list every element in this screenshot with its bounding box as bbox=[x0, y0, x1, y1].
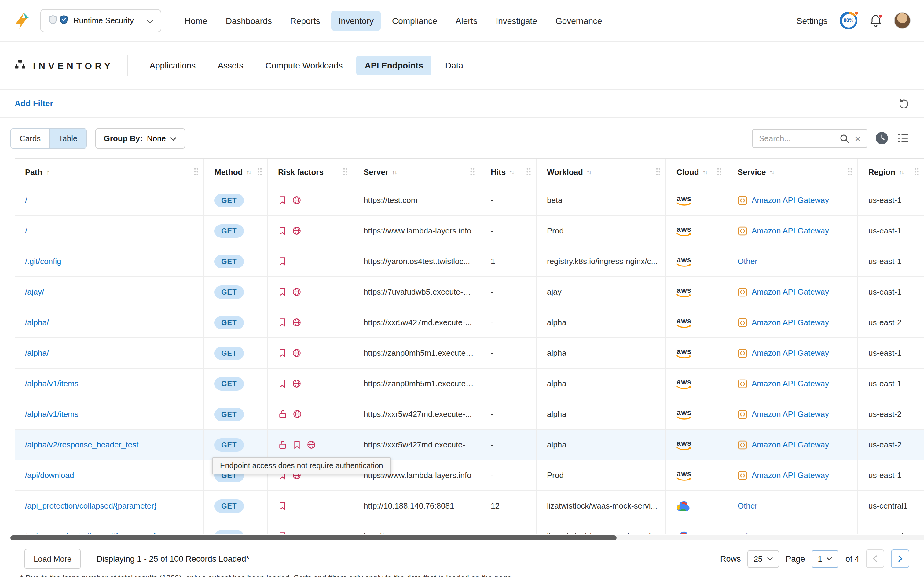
clear-search-icon[interactable]: ✕ bbox=[854, 134, 861, 144]
service-link[interactable]: Amazon API Gateway bbox=[752, 226, 829, 235]
nav-item-compliance[interactable]: Compliance bbox=[385, 11, 444, 30]
search-input[interactable] bbox=[753, 134, 866, 143]
path-link[interactable]: /api_protection/collapsed/{parameter} bbox=[25, 501, 157, 510]
path-link[interactable]: / bbox=[25, 196, 27, 205]
tab-applications[interactable]: Applications bbox=[141, 56, 204, 75]
sensitive-data-icon[interactable] bbox=[278, 318, 287, 327]
path-link[interactable]: /alpha/ bbox=[25, 348, 49, 358]
internet-exposed-icon[interactable] bbox=[292, 348, 301, 358]
nav-item-investigate[interactable]: Investigate bbox=[488, 11, 544, 30]
service-link[interactable]: Amazon API Gateway bbox=[752, 287, 829, 297]
internet-exposed-icon[interactable] bbox=[292, 226, 301, 235]
service-link[interactable]: Other bbox=[737, 501, 757, 510]
service-link[interactable]: Other bbox=[737, 532, 757, 533]
table-row[interactable]: /api/downloadGEThttps://www.lambda-layer… bbox=[14, 460, 924, 491]
column-header-region[interactable]: Region↑↓ bbox=[858, 159, 924, 185]
history-icon[interactable] bbox=[875, 131, 889, 145]
prisma-logo[interactable] bbox=[13, 11, 32, 30]
table-row[interactable]: /GEThttps://www.lambda-layers.info-Proda… bbox=[14, 216, 924, 246]
internet-exposed-icon[interactable] bbox=[292, 287, 301, 297]
sort-icon[interactable]: ↑↓ bbox=[703, 168, 707, 175]
nav-item-alerts[interactable]: Alerts bbox=[448, 11, 485, 30]
reset-filters-icon[interactable] bbox=[898, 98, 910, 109]
service-link[interactable]: Amazon API Gateway bbox=[752, 409, 829, 419]
service-link[interactable]: Amazon API Gateway bbox=[752, 196, 829, 205]
search-icon[interactable] bbox=[840, 134, 850, 143]
table-row[interactable]: /ajay/GEThttps://7uvafudwb5.execute-a...… bbox=[14, 277, 924, 308]
column-header-risk[interactable]: Risk factors bbox=[268, 159, 353, 185]
table-row[interactable]: /alpha/GEThttps://xxr5w427md.execute-...… bbox=[14, 308, 924, 338]
service-link[interactable]: Amazon API Gateway bbox=[752, 471, 829, 480]
column-header-hits[interactable]: Hits↑↓ bbox=[480, 159, 536, 185]
sort-icon[interactable]: ↑↓ bbox=[246, 168, 251, 175]
tab-assets[interactable]: Assets bbox=[209, 56, 252, 75]
next-page-button[interactable] bbox=[891, 550, 910, 568]
drag-handle-icon[interactable] bbox=[257, 168, 262, 176]
nav-item-reports[interactable]: Reports bbox=[283, 11, 328, 30]
column-header-cloud[interactable]: Cloud↑↓ bbox=[666, 159, 727, 185]
internet-exposed-icon[interactable] bbox=[307, 440, 316, 449]
no-auth-icon[interactable] bbox=[278, 440, 287, 449]
page-select[interactable]: 1 bbox=[811, 550, 839, 567]
column-header-workload[interactable]: Workload↑↓ bbox=[536, 159, 666, 185]
sensitive-data-icon[interactable] bbox=[278, 501, 287, 510]
service-link[interactable]: Amazon API Gateway bbox=[752, 348, 829, 358]
column-header-method[interactable]: Method↑↓ bbox=[204, 159, 268, 185]
service-link[interactable]: Amazon API Gateway bbox=[752, 379, 829, 388]
column-header-server[interactable]: Server↑↓ bbox=[353, 159, 480, 185]
table-row[interactable]: /alpha/v1/itemsGEThttps://zanp0mh5m1.exe… bbox=[14, 369, 924, 399]
drag-handle-icon[interactable] bbox=[470, 168, 475, 176]
nav-item-home[interactable]: Home bbox=[177, 11, 215, 30]
path-link[interactable]: /alpha/ bbox=[25, 318, 49, 327]
previous-page-button[interactable] bbox=[866, 550, 884, 568]
path-link[interactable]: /alpha/v1/items bbox=[25, 379, 79, 388]
sensitive-data-icon[interactable] bbox=[278, 287, 287, 297]
table-row[interactable]: /api_protection/collapsed/{parameter}GET… bbox=[14, 521, 924, 533]
product-selector[interactable]: Runtime Security bbox=[40, 9, 161, 32]
table-row[interactable]: /api_protection/collapsed/{parameter}GET… bbox=[14, 491, 924, 521]
drag-handle-icon[interactable] bbox=[526, 168, 531, 176]
path-link[interactable]: /ajay/ bbox=[25, 287, 44, 297]
path-link[interactable]: /api/download bbox=[25, 471, 74, 480]
drag-handle-icon[interactable] bbox=[656, 168, 661, 176]
service-link[interactable]: Other bbox=[737, 257, 757, 266]
sensitive-data-icon[interactable] bbox=[293, 440, 301, 449]
sort-icon[interactable]: ↑↓ bbox=[392, 168, 397, 175]
no-auth-icon[interactable] bbox=[278, 409, 287, 419]
nav-item-inventory[interactable]: Inventory bbox=[331, 11, 381, 30]
column-header-path[interactable]: Path↑ bbox=[14, 159, 204, 185]
nav-item-dashboards[interactable]: Dashboards bbox=[219, 11, 279, 30]
load-more-button[interactable]: Load More bbox=[24, 549, 80, 569]
table-row[interactable]: /alpha/GEThttps://zanp0mh5m1.execute-...… bbox=[14, 338, 924, 369]
cards-view-button[interactable]: Cards bbox=[11, 129, 49, 148]
usage-badge[interactable]: 80% bbox=[840, 11, 857, 29]
tab-api-endpoints[interactable]: API Endpoints bbox=[356, 56, 432, 75]
path-link[interactable]: /alpha/v1/items bbox=[25, 409, 79, 419]
sort-icon[interactable]: ↑↓ bbox=[899, 168, 903, 175]
scrollbar-thumb[interactable] bbox=[10, 535, 617, 540]
tab-compute-workloads[interactable]: Compute Workloads bbox=[257, 56, 351, 75]
sensitive-data-icon[interactable] bbox=[278, 257, 287, 266]
service-link[interactable]: Amazon API Gateway bbox=[752, 318, 829, 327]
sort-icon[interactable]: ↑↓ bbox=[509, 168, 514, 175]
drag-handle-icon[interactable] bbox=[194, 168, 199, 176]
internet-exposed-icon[interactable] bbox=[292, 379, 301, 388]
path-link[interactable]: /.git/config bbox=[25, 257, 61, 266]
table-row[interactable]: /alpha/v2/response_header_testGEThttps:/… bbox=[14, 430, 924, 460]
sensitive-data-icon[interactable] bbox=[278, 196, 287, 205]
table-view-button[interactable]: Table bbox=[49, 129, 86, 148]
table-row[interactable]: /alpha/v1/itemsGEThttps://xxr5w427md.exe… bbox=[14, 399, 924, 430]
drag-handle-icon[interactable] bbox=[848, 168, 853, 176]
sort-ascending-icon[interactable]: ↑ bbox=[46, 167, 50, 176]
tab-data[interactable]: Data bbox=[437, 56, 472, 75]
sort-icon[interactable]: ↑↓ bbox=[770, 168, 774, 175]
notifications-bell-icon[interactable] bbox=[869, 14, 882, 27]
settings-link[interactable]: Settings bbox=[797, 16, 827, 25]
drag-handle-icon[interactable] bbox=[914, 168, 919, 176]
nav-item-governance[interactable]: Governance bbox=[548, 11, 610, 30]
path-link[interactable]: /alpha/v2/response_header_test bbox=[25, 440, 139, 449]
sensitive-data-icon[interactable] bbox=[278, 226, 287, 235]
rows-per-page-select[interactable]: 25 bbox=[747, 550, 779, 567]
internet-exposed-icon[interactable] bbox=[292, 196, 301, 205]
drag-handle-icon[interactable] bbox=[343, 168, 348, 176]
